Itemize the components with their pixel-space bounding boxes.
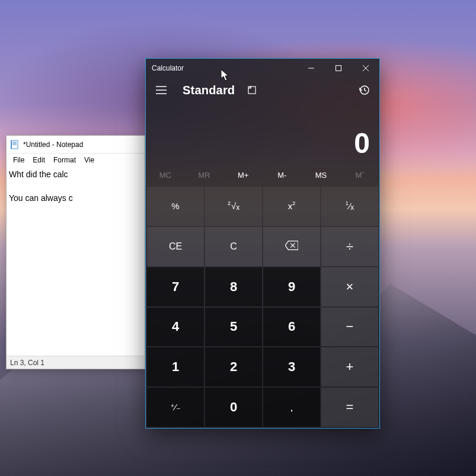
svg-rect-6 [336, 66, 341, 71]
clear-button[interactable]: C [205, 227, 262, 266]
notepad-titlebar[interactable]: *Untitled - Notepad [7, 136, 145, 154]
notepad-line1: Wht did the calc [9, 170, 68, 179]
calculator-titlebar[interactable]: Calculator [146, 59, 379, 78]
maximize-button[interactable] [325, 59, 352, 78]
memory-list-button[interactable]: Mˇ [340, 164, 379, 186]
calculator-header: Standard [146, 78, 379, 103]
close-button[interactable] [352, 59, 379, 78]
memory-clear-button[interactable]: MC [146, 164, 185, 186]
calculator-display: 0 [146, 103, 379, 164]
window-controls [298, 59, 379, 78]
recip-numerator: 1 [346, 200, 349, 206]
notepad-line3: You can always c [9, 193, 73, 203]
digit-2-button[interactable]: 2 [205, 347, 262, 386]
divide-button[interactable]: ÷ [321, 227, 378, 266]
calculator-keypad: % 2√x x2 1⁄x CE C ÷ 7 8 9 × 4 5 6 − 1 2 … [146, 186, 379, 428]
hamburger-menu-button[interactable] [149, 86, 173, 94]
minimize-button[interactable] [298, 59, 325, 78]
digit-7-button[interactable]: 7 [147, 267, 204, 306]
digit-1-button[interactable]: 1 [147, 347, 204, 386]
notepad-statusbar: Ln 3, Col 1 [7, 356, 145, 369]
memory-store-button[interactable]: MS [302, 164, 341, 186]
notepad-window: *Untitled - Notepad File Edit Format Vie… [6, 135, 145, 369]
calculator-window: Calculator Standard 0 MC MR [145, 58, 380, 429]
digit-0-button[interactable]: 0 [205, 388, 262, 427]
keep-on-top-button[interactable] [242, 85, 262, 95]
digit-9-button[interactable]: 9 [263, 267, 320, 306]
backspace-icon [285, 241, 298, 253]
multiply-button[interactable]: × [321, 267, 378, 306]
digit-4-button[interactable]: 4 [147, 308, 204, 347]
root-variable: x [236, 203, 239, 212]
decimal-button[interactable]: . [263, 388, 320, 427]
calculator-title: Calculator [152, 64, 184, 72]
calculator-mode-label: Standard [183, 84, 235, 97]
root-index: 2 [228, 200, 231, 206]
memory-row: MC MR M+ M- MS Mˇ [146, 164, 379, 186]
digit-5-button[interactable]: 5 [205, 308, 262, 347]
menu-format[interactable]: Format [49, 155, 80, 165]
minus-button[interactable]: − [321, 308, 378, 347]
notepad-title: *Untitled - Notepad [23, 140, 83, 149]
svg-marker-17 [221, 69, 228, 81]
percent-button[interactable]: % [147, 187, 204, 226]
plus-button[interactable]: + [321, 347, 378, 386]
memory-recall-button[interactable]: MR [185, 164, 224, 186]
reciprocal-button[interactable]: 1⁄x [321, 187, 378, 226]
memory-add-button[interactable]: M+ [223, 164, 263, 186]
menu-edit[interactable]: Edit [28, 155, 49, 165]
svg-marker-14 [285, 241, 298, 250]
statusbar-position: Ln 3, Col 1 [10, 359, 44, 367]
recip-denominator: x [350, 203, 354, 212]
square-button[interactable]: x2 [263, 187, 320, 226]
display-value: 0 [354, 127, 370, 159]
menu-file[interactable]: File [9, 155, 28, 165]
square-base: x [288, 201, 293, 211]
square-root-button[interactable]: 2√x [205, 187, 262, 226]
notepad-text-area[interactable]: Wht did the calc You can always c [7, 168, 145, 356]
mouse-cursor-icon [221, 69, 229, 81]
digit-6-button[interactable]: 6 [263, 308, 320, 347]
clear-entry-button[interactable]: CE [147, 227, 204, 266]
memory-subtract-button[interactable]: M- [263, 164, 302, 186]
digit-8-button[interactable]: 8 [205, 267, 262, 306]
notepad-icon [10, 140, 20, 149]
digit-3-button[interactable]: 3 [263, 347, 320, 386]
history-button[interactable] [352, 85, 376, 95]
svg-rect-4 [11, 140, 12, 149]
sign-button[interactable]: ⁺⁄₋ [147, 388, 204, 427]
square-exponent: 2 [292, 200, 295, 206]
backspace-button[interactable] [263, 227, 320, 266]
root-symbol: √ [231, 201, 236, 211]
equals-button[interactable]: = [321, 388, 378, 427]
notepad-menu: File Edit Format Vie [7, 154, 145, 168]
menu-view[interactable]: Vie [80, 155, 98, 165]
